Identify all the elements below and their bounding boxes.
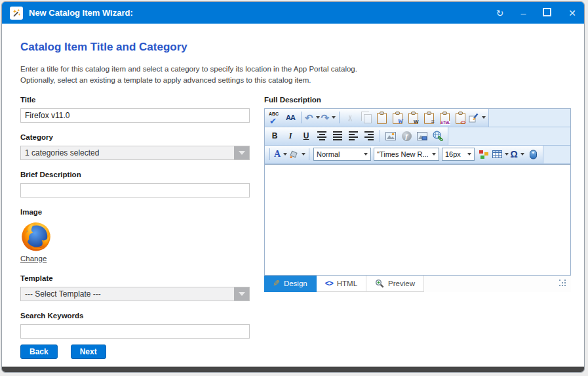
insert-table-button[interactable] xyxy=(492,147,509,161)
close-button[interactable]: ✕ xyxy=(568,9,576,18)
font-name-select[interactable]: "Times New R... xyxy=(374,148,439,161)
minimize-button[interactable]: – xyxy=(520,9,526,18)
change-image-link[interactable]: Change xyxy=(20,255,47,262)
screen: New Catalog Item Wizard: ↻ – ✕ Catalog I… xyxy=(0,0,588,376)
category-select[interactable]: 1 categories selected xyxy=(20,146,250,160)
category-value: 1 categories selected xyxy=(21,148,234,157)
wizard-wand-stars-icon xyxy=(11,8,22,18)
maximize-button[interactable] xyxy=(543,8,551,18)
spellcheck-icon: ABC ✔ xyxy=(268,111,281,124)
chevron-down-icon xyxy=(520,153,524,156)
undo-icon: ↶ xyxy=(305,113,313,123)
clipboard-word-icon: W xyxy=(408,113,418,124)
clipboard-html-icon: HTML xyxy=(440,113,450,124)
paste-html-button[interactable]: <> xyxy=(453,110,467,125)
form-column: Title Category 1 categories selected Bri… xyxy=(20,94,250,339)
paste-plain-text-button[interactable]: ≡ xyxy=(421,110,436,125)
underline-icon: U xyxy=(304,131,309,140)
undo-button[interactable]: ↶ xyxy=(305,110,320,125)
app-icon xyxy=(10,7,23,20)
back-button[interactable]: Back xyxy=(20,345,58,359)
editor-column: Full Description ABC ✔ AA xyxy=(264,94,571,339)
css-class-icon xyxy=(479,150,489,159)
wizard-body: Catalog Item Title and Category Enter a … xyxy=(2,24,584,367)
media-manager-button[interactable] xyxy=(415,129,429,143)
spellcheck-button[interactable]: ABC ✔ xyxy=(267,110,282,125)
font-name-value: "Times New R... xyxy=(377,150,429,158)
title-input[interactable] xyxy=(20,108,250,123)
brief-description-input[interactable] xyxy=(20,183,250,198)
window-title: New Catalog Item Wizard: xyxy=(29,8,479,18)
font-size-value: 16px xyxy=(445,150,465,158)
hyperlink-globe-icon xyxy=(433,131,443,141)
cut-button[interactable]: ✂ xyxy=(343,110,357,125)
flash-icon: f xyxy=(402,131,412,141)
image-icon xyxy=(385,132,396,140)
full-description-label: Full Description xyxy=(264,96,571,104)
media-icon xyxy=(417,132,427,140)
toolbar-separator xyxy=(380,130,380,142)
editor-canvas[interactable] xyxy=(265,164,570,275)
font-size-select[interactable]: 16px xyxy=(442,148,475,161)
next-button[interactable]: Next xyxy=(71,345,106,359)
font-color-button[interactable]: A xyxy=(273,147,288,161)
copy-button[interactable] xyxy=(359,110,373,125)
toolbar-separator xyxy=(301,112,302,123)
tab-design[interactable]: ✎ Design xyxy=(264,276,317,292)
refresh-button[interactable]: ↻ xyxy=(496,9,504,18)
chevron-down-icon xyxy=(316,116,320,119)
align-justify-icon xyxy=(333,131,342,140)
search-keywords-label: Search Keywords xyxy=(20,312,250,320)
font-color-icon: A xyxy=(274,149,281,159)
intro-line-1: Enter a title for this catalog item and … xyxy=(20,65,357,73)
format-stripper-button[interactable] xyxy=(469,110,486,125)
bold-button[interactable]: B xyxy=(267,129,282,143)
redo-icon: ↷ xyxy=(321,113,330,123)
template-dropdown-button[interactable] xyxy=(234,287,249,301)
template-select[interactable]: --- Select Template --- xyxy=(20,287,250,301)
paragraph-style-select[interactable]: Normal xyxy=(313,148,371,161)
tab-design-label: Design xyxy=(284,280,307,287)
editor-tabbar: ✎ Design <> HTML Previ xyxy=(264,276,571,292)
paste-button[interactable] xyxy=(374,110,389,125)
clipboard-text-icon: ≡ xyxy=(424,113,434,124)
template-value: --- Select Template --- xyxy=(21,289,234,299)
find-icon: AA xyxy=(286,114,295,121)
chevron-down-icon xyxy=(467,153,471,156)
align-justify-button[interactable] xyxy=(330,129,345,143)
align-right-button[interactable] xyxy=(362,129,376,143)
maximize-icon xyxy=(543,8,551,16)
insert-symbol-button[interactable]: Ω xyxy=(510,147,524,161)
align-center-button[interactable] xyxy=(315,129,329,143)
toolbar-separator xyxy=(269,148,270,160)
tab-preview-label: Preview xyxy=(388,280,415,287)
chevron-down-icon xyxy=(505,153,509,156)
resize-grip[interactable] xyxy=(559,280,567,287)
align-left-button[interactable] xyxy=(346,129,361,143)
insert-snippet-button[interactable] xyxy=(526,147,540,161)
redo-button[interactable]: ↷ xyxy=(321,110,336,125)
category-dropdown-button[interactable] xyxy=(234,146,249,159)
underline-button[interactable]: U xyxy=(299,129,313,143)
flash-manager-button[interactable]: f xyxy=(399,129,414,143)
image-manager-button[interactable] xyxy=(383,129,398,143)
image-label: Image xyxy=(20,208,250,216)
code-icon: <> xyxy=(325,279,333,288)
find-replace-button[interactable]: AA xyxy=(283,110,298,125)
tab-preview[interactable]: Preview xyxy=(366,276,424,292)
chevron-down-icon xyxy=(239,151,245,155)
tab-html[interactable]: <> HTML xyxy=(317,276,366,292)
paste-from-word-button[interactable]: W xyxy=(390,110,404,125)
hyperlink-manager-button[interactable] xyxy=(431,129,445,143)
search-keywords-input[interactable] xyxy=(20,324,250,339)
paste-from-word-strip-fonts-button[interactable]: W xyxy=(406,110,420,125)
align-center-icon xyxy=(317,131,326,140)
paste-as-html-button[interactable]: HTML xyxy=(437,110,452,125)
clipboard-word-icon: W xyxy=(393,113,402,124)
intro-text: Enter a title for this catalog item and … xyxy=(20,64,584,87)
apply-css-class-button[interactable] xyxy=(477,147,491,161)
italic-button[interactable]: I xyxy=(283,129,298,143)
background-color-button[interactable] xyxy=(289,147,305,161)
chevron-down-icon xyxy=(432,153,436,156)
chevron-down-icon xyxy=(364,153,368,156)
